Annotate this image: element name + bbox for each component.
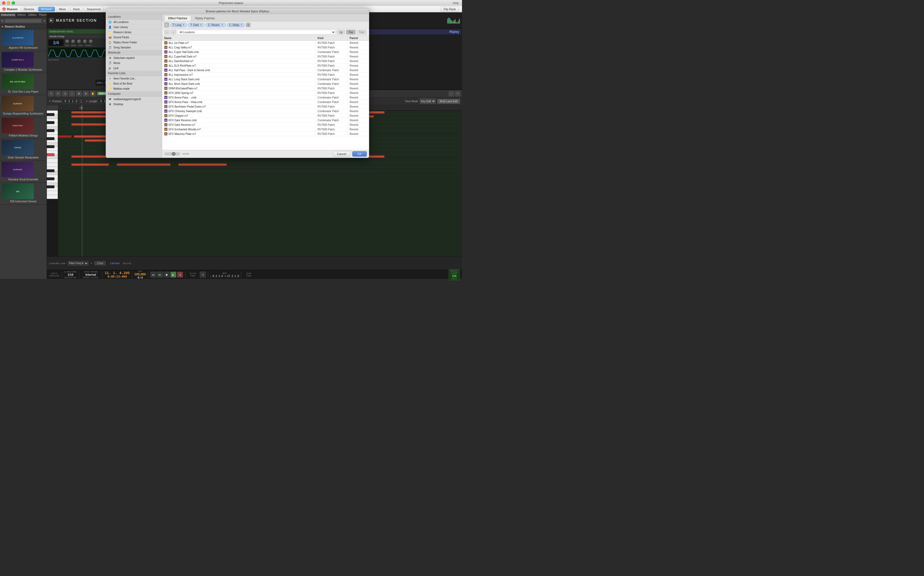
maximize-button[interactable] <box>12 2 15 5</box>
nav-back-btn[interactable]: ‹ <box>164 30 169 35</box>
zoom-plus-btn[interactable]: + <box>455 91 460 96</box>
loc-new-favorite[interactable]: + New Favorite List... <box>106 76 162 81</box>
table-row[interactable]: rvALL CuperHall Dark.rv7RV7000 PatchReve… <box>162 54 369 59</box>
instrument-card-drocto[interactable]: DR. OCTO REX Dr. Octo Rex Loop Player <box>0 73 46 95</box>
tab-utilities[interactable]: Utilities <box>27 12 38 18</box>
devices-menu[interactable]: Devices <box>21 7 37 11</box>
play-btn[interactable]: ▶ <box>171 272 176 278</box>
zoom-out-tool[interactable]: ⊖ <box>83 91 89 96</box>
clear-all-filters-btn[interactable]: ✕ <box>246 23 251 27</box>
instrument-card-europa[interactable]: EUROPA Europa Shapeshifting Synthesizer <box>0 95 46 117</box>
loc-reason-library[interactable]: 📁 Reason Library <box>106 30 162 35</box>
table-row[interactable]: cbALL Long Stack Dark.cmbCombinator Patc… <box>162 77 369 82</box>
table-row[interactable]: cbALL Cuper Hall Dark.cmbCombinator Patc… <box>162 50 369 54</box>
table-row[interactable]: cbALL Hall Pass - Dark & Dense.cmbCombin… <box>162 68 369 72</box>
instrument-card-id8[interactable]: ID8 ID8 Instrument Device <box>0 183 46 205</box>
window-controls[interactable] <box>2 2 15 5</box>
loc-all-locations[interactable]: 🌐 All Locations <box>106 19 162 25</box>
cancel-button[interactable]: Cancel <box>333 151 350 157</box>
tab-effects[interactable]: Effects <box>16 12 27 18</box>
search-clear-button[interactable]: ✕ <box>43 19 45 22</box>
table-row[interactable]: rvEFX Masonry Plate.rv7RV7000 PatchRever… <box>162 132 369 136</box>
auto-slider[interactable] <box>164 152 180 155</box>
pencil-tool[interactable]: ✏ <box>55 91 61 96</box>
rack-menu[interactable]: Rack <box>70 7 83 11</box>
tab-ripley-patches[interactable]: Ripley Patches <box>191 15 219 21</box>
location-select[interactable]: All Locations <box>177 30 336 35</box>
loc-mattias-made[interactable]: ⭐ Mattias-made <box>106 86 162 91</box>
ok-button[interactable]: OK <box>352 151 367 157</box>
instrument-card-complex1[interactable]: COMPLEX-1 Complex-1 Modular Synthesizer <box>0 51 46 73</box>
loc-computer-user[interactable]: 💻 mattiashaggstromgerdt <box>106 97 162 102</box>
nav-flat-btn[interactable]: Flat <box>346 30 356 35</box>
clear-btn[interactable]: Clear <box>94 261 106 265</box>
table-row[interactable]: cbEFX Arena Pass - Vista.cmbCombinator P… <box>162 100 369 104</box>
table-row[interactable]: rvEFX Enchanted Woods.rv7RV7000 PatchRev… <box>162 127 369 132</box>
nav-forward-btn[interactable]: › <box>171 30 176 35</box>
select-down-btn[interactable]: ▼ <box>91 262 93 264</box>
mixer-menu[interactable]: Mixer <box>56 7 69 11</box>
loc-music[interactable]: 🎵 Music <box>106 61 162 66</box>
rate-knob[interactable] <box>65 39 70 44</box>
table-row[interactable]: cbALL Short Stack Dark.cmbCombinator Pat… <box>162 82 369 86</box>
eraser-tool[interactable]: ◻ <box>62 91 68 96</box>
play-master-btn[interactable]: ▶ <box>49 18 54 23</box>
table-row[interactable]: cbEFX Arena Pass - .cmbCombinator PatchR… <box>162 95 369 100</box>
table-row[interactable]: cbEFX Dark Reverse.cmbCombinator PatchRe… <box>162 118 369 123</box>
zoom-minus-btn[interactable]: − <box>448 91 454 96</box>
position-value[interactable]: 9 . 2 . 1 . 0 <box>63 99 79 103</box>
loop-btn[interactable]: ↺ <box>200 272 206 278</box>
table-row[interactable]: rvEFX Dark Reverse.rv7RV7000 PatchReverb <box>162 123 369 127</box>
table-row[interactable]: rvEFX 2600 Spring.rv7RV7000 PatchReverb <box>162 91 369 95</box>
stop-btn[interactable]: ⏹ <box>164 272 169 278</box>
filter-freq-select[interactable]: Filter Freq A <box>68 261 89 266</box>
rewind-btn[interactable]: ⏮ <box>150 272 156 278</box>
browser-menu[interactable]: Browser <box>38 7 55 11</box>
select-tool[interactable]: ⬚ <box>69 91 75 96</box>
search-input[interactable] <box>5 19 42 23</box>
filter-tag-revert-remove[interactable]: ✕ <box>221 24 223 26</box>
table-row[interactable]: rvEFX Clapper.rv7RV7000 PatchReverb <box>162 114 369 118</box>
view-mode-select[interactable]: Key Edit <box>420 99 436 104</box>
filter-tag-long-remove[interactable]: ✕ <box>182 24 185 26</box>
tab-effect-patches[interactable]: Effect Patches <box>164 15 191 21</box>
nav-tree-btn[interactable]: Tree <box>357 30 367 35</box>
preview-play-btn[interactable]: ▶ <box>164 22 169 27</box>
table-row[interactable]: cbEFX Chimney Sweeper.cmbCombinator Patc… <box>162 109 369 114</box>
loc-desktop[interactable]: 🖥 Desktop <box>106 102 162 107</box>
record-btn[interactable]: ● <box>177 272 183 278</box>
hand-tool[interactable]: ✋ <box>90 91 96 96</box>
loc-ljud[interactable]: 🔊 Ljud <box>106 66 162 70</box>
loc-sound-packs[interactable]: 📦 Sound Packs <box>106 35 162 40</box>
table-row[interactable]: rvEFX Bechstein Pedal Down.rv7RV7000 Pat… <box>162 104 369 109</box>
minimize-button[interactable] <box>7 2 10 5</box>
table-row[interactable]: rvALL DLS RichPlate.rv7RV7000 PatchRever… <box>162 64 369 68</box>
instrument-card-algoritm[interactable]: ALGORITM Algoritm FM Synthesizer <box>0 29 46 51</box>
reason-logo[interactable]: R Reason <box>2 7 18 11</box>
instrument-card-grain[interactable]: GRAIN Grain Sample Manipulator <box>0 139 46 161</box>
sequencer-menu[interactable]: Sequencer <box>84 7 104 11</box>
position-stepper[interactable]: ▲ ▼ <box>80 99 82 103</box>
table-row[interactable]: rvALL DarkStrsHall.rv7RV7000 PatchReverb <box>162 59 369 64</box>
fast-forward-btn[interactable]: ⏭ <box>157 272 163 278</box>
attack-knob[interactable] <box>71 39 76 44</box>
fliprack-menu[interactable]: Flip Rack <box>440 7 459 11</box>
zoom-in-tool[interactable]: ⊕ <box>76 91 81 96</box>
loc-ripley-home[interactable]: 🏠 Ripley Home Folder <box>106 40 162 45</box>
nav-up-btn[interactable]: Up <box>337 30 345 35</box>
tab-instruments[interactable]: Instruments <box>0 12 16 18</box>
loc-user-library[interactable]: 👤 User Library <box>106 25 162 30</box>
loc-song-samples[interactable]: 🎵 Song Samples <box>106 45 162 50</box>
loc-sidechain-repatch[interactable]: ⚙ Sidechain.repatch <box>106 55 162 61</box>
close-button[interactable] <box>2 2 5 5</box>
amount-knob[interactable] <box>89 39 93 44</box>
help-menu[interactable]: Help <box>453 2 459 5</box>
instrument-card-humana[interactable]: HUMANA Humana Vocal Ensemble <box>0 161 46 183</box>
instrument-card-friktion[interactable]: FRIKTION Friktion Modeled Strings <box>0 117 46 139</box>
filter-tag-delay-remove[interactable]: ✕ <box>241 24 243 26</box>
multi-lane-btn[interactable]: Multi Lane Edit <box>437 99 460 104</box>
table-row[interactable]: rvALL 1st Plate.rv7RV7000 PatchReverb <box>162 41 369 45</box>
hold-knob[interactable] <box>77 39 81 44</box>
table-row[interactable]: rvALL Crag Valley.rv7RV7000 PatchReverb <box>162 45 369 50</box>
table-row[interactable]: rvDRM 80sGatedPlate.rv7RV7000 PatchRever… <box>162 86 369 91</box>
